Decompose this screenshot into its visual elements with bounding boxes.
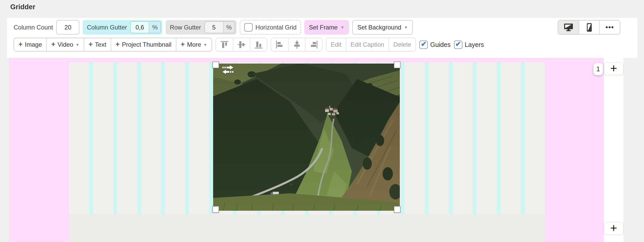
set-background-label: Set Background: [357, 24, 401, 31]
row-sidebar: + +: [604, 58, 623, 242]
edit-button[interactable]: Edit: [326, 38, 346, 51]
align-left-icon: [275, 40, 284, 49]
align-right-button[interactable]: [305, 38, 322, 51]
align-top-button[interactable]: [216, 38, 233, 51]
vertical-align-group: [215, 38, 267, 52]
horizontal-grid-checkbox[interactable]: ✔: [244, 23, 253, 32]
add-video-label: Video: [58, 41, 73, 48]
column-count-input[interactable]: [56, 20, 79, 35]
resize-handle-bottom-left[interactable]: [212, 206, 219, 213]
mobile-icon: [587, 23, 592, 32]
desktop-preview-button[interactable]: [558, 21, 579, 34]
selected-image-block[interactable]: [213, 64, 400, 211]
delete-label: Delete: [393, 41, 411, 48]
align-left-button[interactable]: [271, 38, 288, 51]
horizontal-grid-label: Horizontal Grid: [255, 24, 297, 31]
add-project-thumbnail-label: Project Thumbnail: [122, 41, 172, 48]
add-project-thumbnail-button[interactable]: + Project Thumbnail: [111, 38, 176, 51]
device-preview-toggle: •••: [558, 20, 620, 35]
add-video-button[interactable]: + Video ▼: [46, 38, 84, 51]
grid-column: [525, 62, 545, 215]
column-gutter-unit: %: [149, 22, 160, 33]
guides-checkbox[interactable]: ✔: [419, 41, 428, 49]
grid-column: [429, 62, 449, 215]
edit-button-group: Edit Edit Caption Delete: [326, 38, 416, 52]
column-gutter-label: Column Gutter: [87, 24, 127, 31]
grid-column: [69, 62, 89, 215]
align-horizontal-center-button[interactable]: [288, 38, 305, 51]
set-background-button[interactable]: Set Background ▼: [352, 20, 413, 35]
plus-icon: +: [116, 41, 120, 48]
row-number-badge: 1: [593, 63, 603, 75]
layout-canvas[interactable]: 1: [9, 58, 604, 242]
toolbar: Column Count Column Gutter % Row Gutter …: [7, 18, 637, 58]
insert-button-group: + Image + Video ▼ + Text + Project Thumb…: [14, 38, 212, 52]
add-image-button[interactable]: + Image: [14, 38, 46, 51]
grid-column: [500, 62, 521, 215]
checkmark-icon: ✔: [421, 41, 427, 48]
valley-photo: [213, 64, 400, 211]
column-gutter-input[interactable]: [131, 22, 149, 33]
plus-icon: +: [610, 62, 617, 74]
grid-column: [477, 62, 497, 215]
align-right-icon: [309, 40, 318, 49]
move-horizontal-icon[interactable]: [222, 65, 235, 74]
grid-column: [141, 62, 161, 215]
horizontal-grid-option: ✔ Horizontal Grid: [240, 20, 301, 35]
align-vertical-center-icon: [237, 40, 246, 49]
layers-label: Layers: [465, 41, 484, 48]
set-frame-button[interactable]: Set Frame ▼: [304, 20, 349, 35]
align-bottom-button[interactable]: [250, 38, 267, 51]
grid-column: [189, 62, 209, 215]
grid-column: [165, 62, 185, 215]
add-row-above-button[interactable]: +: [604, 62, 623, 75]
resize-handle-bottom-right[interactable]: [394, 206, 401, 213]
plus-icon: +: [89, 41, 93, 48]
grid-column: [117, 62, 137, 215]
grid-column: [93, 62, 113, 215]
align-horizontal-center-icon: [292, 40, 301, 49]
edit-caption-label: Edit Caption: [351, 41, 384, 48]
plus-icon: +: [18, 41, 23, 48]
resize-handle-top-right[interactable]: [394, 62, 401, 68]
chevron-down-icon: ▼: [404, 25, 408, 29]
row-gutter-input[interactable]: [205, 22, 223, 33]
chevron-down-icon: ▼: [203, 43, 207, 47]
ellipsis-icon: •••: [605, 23, 614, 31]
edit-label: Edit: [331, 41, 341, 48]
align-vertical-center-button[interactable]: [233, 38, 250, 51]
toolbar-settings-row: Column Count Column Gutter % Row Gutter …: [14, 20, 620, 35]
layers-checkbox[interactable]: ✔: [454, 41, 462, 49]
toolbar-actions-row: + Image + Video ▼ + Text + Project Thumb…: [14, 38, 484, 52]
plus-icon: +: [51, 41, 55, 48]
add-text-button[interactable]: + Text: [84, 38, 111, 51]
add-image-label: Image: [25, 41, 42, 48]
next-row-area[interactable]: [69, 215, 545, 242]
column-count-label: Column Count: [14, 24, 53, 31]
guides-label: Guides: [430, 41, 450, 48]
column-gutter-control: Column Gutter %: [83, 20, 162, 35]
grid-column: [405, 62, 425, 215]
plus-icon: +: [181, 41, 185, 48]
add-more-button[interactable]: + More ▼: [176, 38, 212, 51]
row-gutter-control: Row Gutter %: [166, 20, 236, 35]
horizontal-align-group: [271, 38, 323, 52]
desktop-icon: [564, 23, 573, 31]
more-options-button[interactable]: •••: [599, 21, 620, 34]
grid-column: [453, 62, 473, 215]
resize-handle-top-left[interactable]: [212, 62, 219, 68]
add-text-label: Text: [95, 41, 106, 48]
align-bottom-icon: [254, 40, 263, 49]
add-more-label: More: [187, 41, 201, 48]
add-row-below-button[interactable]: +: [604, 222, 623, 235]
chevron-down-icon: ▼: [75, 43, 79, 47]
layers-option: ✔ Layers: [454, 41, 484, 49]
align-top-icon: [220, 40, 229, 49]
mobile-preview-button[interactable]: [579, 21, 599, 34]
row-gutter-unit: %: [223, 22, 235, 33]
edit-caption-button[interactable]: Edit Caption: [346, 38, 389, 51]
checkmark-icon: ✔: [455, 41, 461, 48]
plus-icon: +: [610, 222, 617, 234]
chevron-down-icon: ▼: [340, 25, 344, 29]
delete-button[interactable]: Delete: [389, 38, 415, 51]
